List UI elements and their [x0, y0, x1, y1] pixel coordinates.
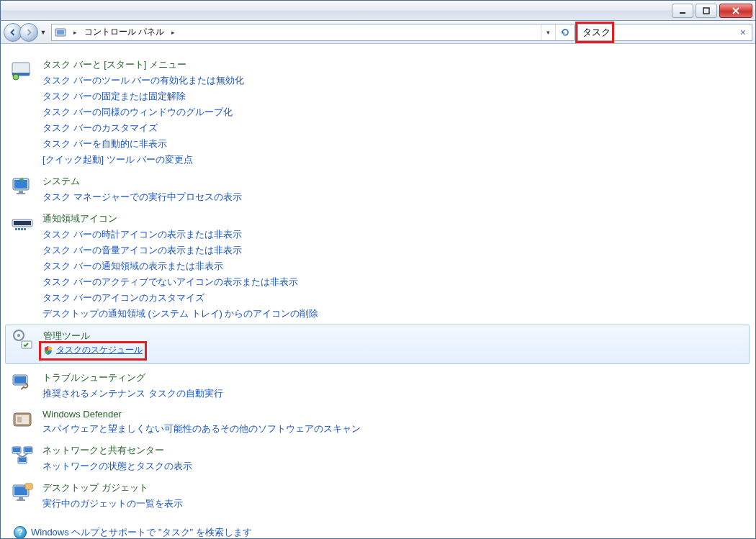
task-scheduler-link[interactable]: タスクのスケジュール	[43, 344, 143, 356]
svg-rect-26	[13, 448, 20, 452]
group-title[interactable]: タスク バーと [スタート] メニュー	[42, 57, 745, 73]
arrow-right-icon	[24, 28, 33, 37]
breadcrumb-control-panel[interactable]: コントロール パネル	[81, 24, 167, 40]
svg-rect-24	[17, 417, 22, 422]
result-group-notification-area: 通知領域アイコン タスク バーの時計アイコンの表示または非表示 タスク バーの音…	[11, 211, 745, 322]
result-link[interactable]: タスク バーの通知領域の表示または非表示	[42, 258, 223, 274]
result-link[interactable]: タスク バーのツール バーの有効化または無効化	[42, 73, 244, 89]
window-controls	[670, 4, 752, 18]
result-group-gadgets: デスクトップ ガジェット 実行中のガジェットの一覧を表示	[11, 480, 745, 512]
svg-rect-30	[19, 458, 26, 462]
svg-rect-14	[18, 228, 20, 230]
svg-rect-35	[25, 484, 32, 489]
result-link[interactable]: スパイウェアと望ましくない可能性のあるその他のソフトウェアのスキャン	[42, 421, 361, 437]
result-link[interactable]: タスク バーの時計アイコンの表示または非表示	[42, 227, 242, 243]
result-group-defender: Windows Defender スパイウェアと望ましくない可能性のあるその他の…	[11, 407, 745, 437]
result-link[interactable]: タスク マネージャーでの実行中プロセスの表示	[42, 189, 242, 205]
svg-rect-13	[15, 228, 17, 230]
search-box[interactable]: ×	[577, 24, 752, 41]
control-panel-icon	[55, 27, 66, 38]
results-pane: タスク バーと [スタート] メニュー タスク バーのツール バーの有効化または…	[1, 44, 755, 538]
close-button[interactable]	[719, 4, 752, 18]
svg-point-6	[13, 74, 19, 80]
system-icon	[11, 175, 34, 198]
group-title[interactable]: システム	[42, 173, 745, 189]
task-scheduler-label: タスクのスケジュール	[56, 344, 143, 356]
svg-rect-1	[703, 8, 709, 14]
forward-button[interactable]	[19, 23, 38, 42]
result-link[interactable]: タスク バーのアイコンのカスタマイズ	[42, 290, 204, 306]
nav-bar: ▼ ▸ コントロール パネル ▸ ▾	[1, 21, 755, 44]
svg-rect-15	[21, 228, 23, 230]
maximize-icon	[703, 7, 710, 14]
result-link[interactable]: 推奨されるメンテナンス タスクの自動実行	[42, 386, 223, 402]
result-group-network-sharing: ネットワークと共有センター ネットワークの状態とタスクの表示	[11, 443, 745, 474]
help-icon: ?	[14, 526, 27, 539]
svg-point-18	[17, 334, 20, 337]
nav-history-dropdown[interactable]: ▼	[38, 25, 48, 40]
result-link[interactable]: タスク バーの同様のウィンドウのグループ化	[42, 104, 233, 120]
svg-rect-16	[24, 228, 26, 230]
uac-shield-icon	[43, 345, 53, 355]
troubleshooting-icon	[11, 371, 34, 394]
minimize-icon	[679, 7, 686, 14]
result-link[interactable]: デスクトップの通知領域 (システム トレイ) からのアイコンの削除	[42, 306, 319, 322]
close-icon	[732, 7, 740, 14]
result-group-admin-tools: 管理ツール タスクのスケジュール	[5, 325, 750, 364]
result-link[interactable]: 実行中のガジェットの一覧を表示	[42, 496, 183, 512]
svg-rect-0	[680, 12, 685, 14]
search-clear-button[interactable]: ×	[739, 27, 747, 38]
result-link[interactable]: タスク バーのカスタマイズ	[42, 120, 158, 136]
svg-rect-34	[17, 499, 25, 501]
svg-rect-12	[14, 221, 31, 225]
group-title[interactable]: トラブルシューティング	[42, 370, 745, 386]
title-bar	[1, 1, 755, 21]
refresh-button[interactable]	[555, 24, 574, 40]
svg-rect-9	[19, 191, 23, 193]
tray-icon	[11, 212, 34, 235]
chevron-right-icon: ▸	[73, 29, 77, 36]
arrow-left-icon	[9, 28, 17, 37]
group-title[interactable]: 通知領域アイコン	[42, 211, 745, 227]
refresh-icon	[560, 27, 570, 37]
result-link[interactable]: タスク バーのアクティブでないアイコンの表示または非表示	[42, 274, 298, 290]
breadcrumb-root-icon[interactable]	[52, 24, 69, 40]
result-link[interactable]: ネットワークの状態とタスクの表示	[42, 458, 192, 474]
admin-tools-icon	[12, 328, 35, 351]
result-link[interactable]: タスク バーの音量アイコンの表示または非表示	[42, 243, 242, 258]
group-title[interactable]: 管理ツール	[43, 328, 743, 344]
result-link[interactable]: タスク バーの固定または固定解除	[42, 89, 186, 104]
result-group-system: システム タスク マネージャーでの実行中プロセスの表示	[11, 173, 745, 205]
result-link[interactable]: [クイック起動] ツール バーの変更点	[42, 152, 193, 168]
breadcrumb-label: コントロール パネル	[84, 26, 164, 38]
explorer-window: ▼ ▸ コントロール パネル ▸ ▾	[0, 0, 756, 539]
gadgets-icon	[11, 481, 34, 504]
breadcrumb-sep-1[interactable]: ▸	[167, 24, 179, 40]
group-title[interactable]: デスクトップ ガジェット	[42, 480, 745, 496]
result-group-taskbar-start: タスク バーと [スタート] メニュー タスク バーのツール バーの有効化または…	[11, 57, 745, 168]
chevron-right-icon: ▸	[171, 29, 175, 36]
search-input[interactable]	[582, 27, 739, 37]
help-link-label: Windows ヘルプとサポートで "タスク" を検索します	[31, 526, 252, 539]
breadcrumb-sep-0[interactable]: ▸	[69, 24, 81, 40]
nav-back-forward: ▼	[4, 23, 48, 42]
defender-icon	[11, 409, 34, 432]
taskbar-icon	[11, 58, 34, 81]
svg-rect-10	[17, 193, 25, 194]
result-link[interactable]: タスク バーを自動的に非表示	[42, 136, 167, 152]
result-group-troubleshooting: トラブルシューティング 推奨されるメンテナンス タスクの自動実行	[11, 370, 745, 402]
svg-rect-8	[14, 180, 27, 189]
group-title[interactable]: Windows Defender	[42, 407, 745, 421]
address-dropdown[interactable]: ▾	[541, 24, 555, 40]
help-search-link[interactable]: ? Windows ヘルプとサポートで "タスク" を検索します	[14, 526, 252, 539]
svg-rect-3	[57, 30, 64, 35]
minimize-button[interactable]	[672, 4, 693, 18]
highlighted-link-wrap: タスクのスケジュール	[43, 344, 143, 358]
svg-rect-21	[14, 376, 26, 384]
chevron-down-icon: ▼	[40, 29, 47, 36]
group-title[interactable]: ネットワークと共有センター	[42, 443, 745, 458]
address-bar[interactable]: ▸ コントロール パネル ▸ ▾	[51, 24, 575, 41]
chevron-down-icon: ▾	[546, 29, 550, 36]
maximize-button[interactable]	[696, 4, 717, 18]
network-icon	[11, 444, 34, 467]
